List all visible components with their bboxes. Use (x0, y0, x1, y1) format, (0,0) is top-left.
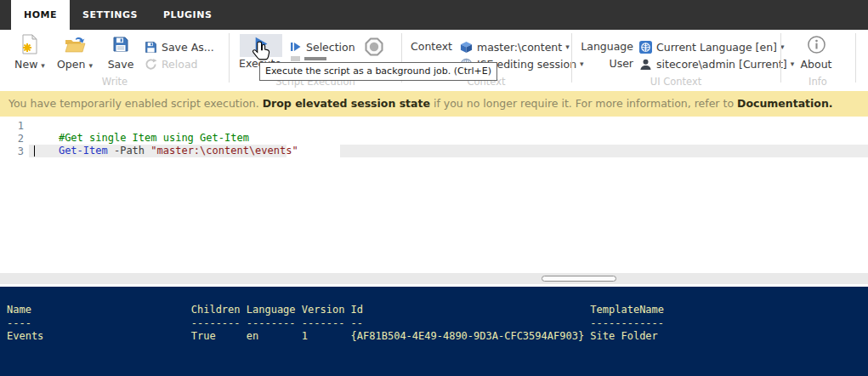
stop-icon (363, 36, 385, 58)
database-cube-icon (460, 41, 473, 54)
tab-settings[interactable]: SETTINGS (70, 0, 150, 30)
banner-text: if you no longer require it. For more in… (430, 97, 737, 110)
selection-button[interactable]: Selection (290, 39, 355, 54)
context-caption: Context (408, 40, 452, 53)
about-button-label: About (791, 58, 842, 71)
open-folder-icon (53, 33, 97, 55)
language-caption: Language (576, 40, 633, 53)
save-as-label: Save As... (162, 41, 214, 54)
documentation-link[interactable]: Documentation. (737, 97, 833, 110)
console-output-panel: Name Children Language Version Id Templa… (0, 287, 868, 376)
new-button-label: New (14, 58, 37, 71)
reload-button[interactable]: Reload (145, 56, 198, 71)
line-number-2: 2 (0, 133, 24, 145)
user-caption: User (576, 57, 633, 70)
parameter-token: -Path (108, 145, 145, 157)
group-label-write: Write (0, 76, 230, 89)
context-database-value: master:\content (477, 41, 562, 54)
user-dropdown[interactable]: sitecore\admin [Current] ▾ (639, 56, 794, 71)
code-line-2: Get-Item -Path "master:\content\events" (34, 133, 298, 168)
console-result-row: Events True en 1 {AF81B504-4E49-4890-9D3… (7, 330, 868, 344)
horizontal-scrollbar-thumb[interactable] (542, 276, 616, 282)
group-label-ui-context: UI Context (571, 76, 780, 89)
globe-icon (639, 41, 652, 54)
selection-play-icon (290, 41, 302, 53)
mouse-hand-cursor (251, 40, 272, 67)
console-divider-row: ---- -------- -------- ------- -- ------… (7, 317, 868, 331)
save-button-label: Save (102, 58, 139, 71)
obscured-ribbon-item-text (304, 57, 326, 60)
save-button[interactable]: Save (102, 33, 139, 71)
tab-plugins[interactable]: PLUGINS (150, 0, 224, 30)
reload-label: Reload (162, 58, 198, 71)
about-button[interactable]: About (791, 33, 842, 71)
obscured-ribbon-item-icon (291, 56, 300, 61)
user-icon (639, 58, 652, 71)
open-button-label: Open (57, 58, 85, 71)
ribbon-toolbar: New▾ Open▾ Save (0, 30, 868, 91)
banner-text: You have temporarily enabled script exec… (9, 97, 263, 110)
new-button[interactable]: New▾ (10, 33, 49, 71)
group-separator (855, 33, 856, 83)
save-icon (102, 33, 139, 55)
execute-tooltip: Execute the script as a background job. … (259, 62, 497, 81)
script-editor[interactable]: 1 2 3 #Get single Item using Get-Item Ge… (0, 117, 868, 273)
horizontal-scrollbar-track[interactable] (0, 273, 868, 284)
chevron-down-icon: ▾ (565, 43, 570, 51)
abort-button[interactable] (363, 36, 385, 58)
language-value: Current Language [en] (656, 41, 777, 54)
string-token: "master:\content\events" (145, 145, 298, 157)
group-label-info: Info (780, 76, 855, 89)
open-button[interactable]: Open▾ (53, 33, 97, 71)
language-dropdown[interactable]: Current Language [en] ▾ (639, 39, 784, 54)
chevron-down-icon: ▾ (41, 61, 45, 70)
save-as-button[interactable]: Save As... (145, 39, 214, 54)
elevated-session-warning-banner: You have temporarily enabled script exec… (0, 91, 868, 117)
cmdlet-token: Get-Item (59, 145, 108, 157)
drop-elevated-session-link[interactable]: Drop elevated session state (263, 97, 430, 110)
reload-icon (145, 58, 157, 71)
context-database-dropdown[interactable]: master:\content ▾ (460, 39, 570, 54)
chevron-down-icon: ▾ (88, 61, 93, 70)
save-as-icon (145, 41, 157, 54)
text-caret (34, 145, 35, 157)
ribbon-tab-bar: HOME SETTINGS PLUGINS (0, 0, 868, 30)
info-icon (791, 33, 842, 55)
new-document-icon (10, 33, 49, 55)
console-header-row: Name Children Language Version Id Templa… (7, 304, 868, 317)
selection-label: Selection (306, 41, 355, 54)
line-number-1: 1 (0, 120, 24, 132)
line-number-3: 3 (0, 145, 24, 157)
tab-home[interactable]: HOME (11, 0, 70, 30)
user-value: sitecore\admin [Current] (656, 58, 787, 71)
